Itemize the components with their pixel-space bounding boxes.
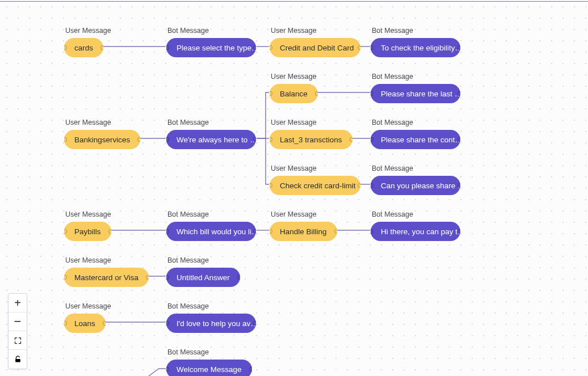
port-out[interactable] [237, 275, 240, 280]
node-text: I'd love to help you av… [177, 319, 256, 328]
port-in[interactable] [64, 137, 67, 142]
port-out[interactable] [146, 275, 149, 280]
node-text: Last_3 transctions [280, 136, 342, 144]
node-label: Bot Message [371, 119, 460, 126]
node-please-select-type[interactable]: Bot Message Please select the type… [166, 27, 256, 57]
node-text: Paybills [74, 227, 101, 236]
port-out[interactable] [358, 45, 360, 50]
node-share-cont[interactable]: Bot Message Please share the cont… [371, 119, 460, 149]
node-text: Check credit card-limit [280, 181, 356, 190]
node-please-share[interactable]: Bot Message Can you please share … [371, 164, 460, 195]
node-text: Untitled Answer [177, 273, 230, 282]
node-label: User Message [64, 256, 149, 264]
port-out[interactable] [457, 137, 460, 142]
node-label: Bot Message [166, 256, 240, 264]
node-always-here[interactable]: Bot Message We're always here to … [166, 119, 256, 149]
node-bankingservices[interactable]: User Message Bankingservices [64, 119, 140, 149]
node-hi-pay[interactable]: Bot Message Hi there, you can pay t… [371, 210, 460, 241]
fit-view-button[interactable] [9, 331, 27, 350]
node-cards[interactable]: User Message cards [64, 27, 111, 57]
unlock-icon [14, 355, 22, 364]
port-in[interactable] [166, 367, 169, 372]
port-out[interactable] [103, 321, 106, 326]
port-in[interactable] [166, 137, 169, 142]
port-out[interactable] [457, 91, 460, 96]
zoom-in-button[interactable]: + [9, 294, 27, 312]
node-label: Bot Message [166, 119, 256, 126]
port-in[interactable] [270, 229, 272, 234]
port-in[interactable] [166, 229, 169, 234]
port-in[interactable] [371, 137, 373, 142]
port-in[interactable] [270, 183, 272, 188]
node-text: Mastercard or Visa [74, 273, 138, 282]
top-divider [0, 1, 588, 2]
expand-icon [14, 336, 22, 345]
port-out[interactable] [315, 91, 318, 96]
port-in[interactable] [270, 91, 272, 96]
port-in[interactable] [166, 321, 169, 326]
node-label: User Message [64, 302, 111, 310]
port-in[interactable] [64, 45, 67, 50]
node-text: To check the eligibility… [381, 44, 460, 52]
node-text: Can you please share … [381, 181, 460, 190]
zoom-toolbar: + − [8, 293, 27, 369]
node-label: Bot Message [371, 27, 460, 35]
port-out[interactable] [253, 321, 256, 326]
port-out[interactable] [334, 229, 337, 234]
node-welcome-message[interactable]: Bot Message Welcome Message [166, 348, 252, 376]
port-out[interactable] [253, 229, 256, 234]
port-in[interactable] [166, 275, 169, 280]
node-mastercard-visa[interactable]: User Message Mastercard or Visa [64, 256, 149, 287]
lock-toggle-button[interactable] [9, 350, 27, 369]
port-in[interactable] [270, 45, 272, 50]
node-text: Please share the last … [381, 90, 460, 98]
port-in[interactable] [64, 229, 67, 234]
port-in[interactable] [371, 229, 373, 234]
port-out[interactable] [100, 45, 103, 50]
port-in[interactable] [270, 137, 272, 142]
port-out[interactable] [249, 367, 252, 372]
port-in[interactable] [371, 183, 373, 188]
diagram-canvas[interactable]: User Message cards Bot Message Please se… [0, 0, 588, 376]
node-untitled-answer[interactable]: Bot Message Untitled Answer [166, 256, 240, 287]
port-in[interactable] [371, 45, 373, 50]
node-text: Credit and Debit Card [280, 44, 354, 52]
node-credit-limit[interactable]: User Message Check credit card-limit [270, 164, 360, 195]
node-label: Bot Message [371, 164, 460, 172]
node-credit-debit-card[interactable]: User Message Credit and Debit Card [270, 27, 360, 57]
port-in[interactable] [64, 321, 67, 326]
node-text: Please share the cont… [381, 136, 460, 144]
node-balance[interactable]: User Message Balance [270, 73, 318, 103]
node-text: Handle Billing [280, 227, 327, 236]
node-check-eligibility[interactable]: Bot Message To check the eligibility… [371, 27, 460, 57]
port-out[interactable] [457, 45, 460, 50]
port-in[interactable] [371, 91, 373, 96]
svg-rect-13 [15, 359, 20, 362]
port-out[interactable] [457, 183, 460, 188]
node-loans[interactable]: User Message Loans [64, 302, 111, 333]
node-label: User Message [64, 119, 140, 126]
plus-icon: + [14, 297, 21, 309]
port-in[interactable] [166, 45, 169, 50]
port-out[interactable] [457, 229, 460, 234]
node-text: Bankingservices [74, 136, 130, 144]
zoom-out-button[interactable]: − [9, 312, 27, 331]
node-love-help[interactable]: Bot Message I'd love to help you av… [166, 302, 256, 333]
node-paybills[interactable]: User Message Paybills [64, 210, 111, 241]
port-out[interactable] [108, 229, 111, 234]
node-last3-trans[interactable]: User Message Last_3 transctions [270, 119, 352, 149]
node-label: User Message [270, 164, 360, 172]
port-out[interactable] [358, 183, 360, 188]
node-label: Bot Message [371, 73, 460, 81]
port-in[interactable] [64, 275, 67, 280]
node-share-last[interactable]: Bot Message Please share the last … [371, 73, 460, 103]
node-text: Please select the type… [177, 44, 256, 52]
node-text: Balance [280, 90, 308, 98]
node-handle-billing[interactable]: User Message Handle Billing [270, 210, 337, 241]
port-out[interactable] [137, 137, 140, 142]
node-text: Which bill would you li… [177, 227, 256, 236]
port-out[interactable] [253, 137, 256, 142]
port-out[interactable] [350, 137, 352, 142]
node-which-bill[interactable]: Bot Message Which bill would you li… [166, 210, 256, 241]
port-out[interactable] [253, 45, 256, 50]
